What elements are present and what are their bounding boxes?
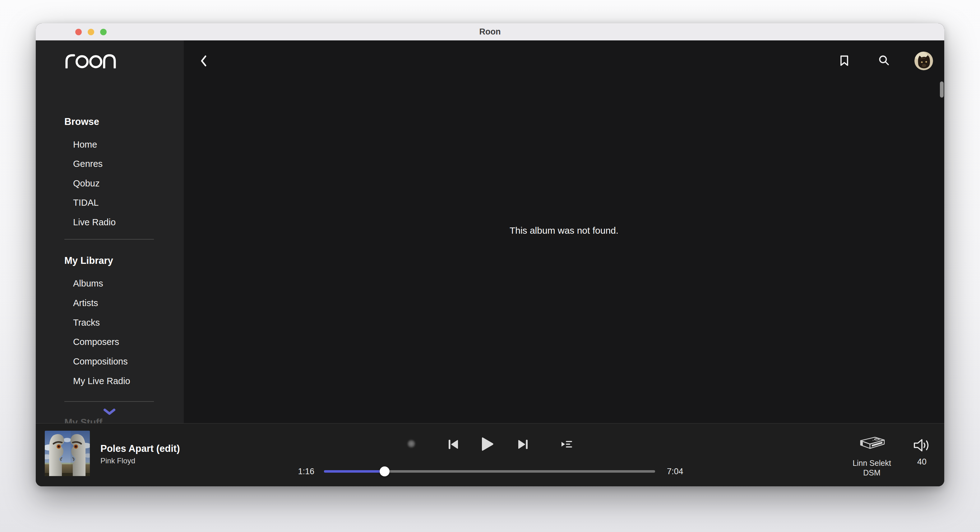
minimize-window-button[interactable] — [88, 29, 94, 35]
volume-level: 40 — [906, 457, 937, 467]
scrollbar-thumb[interactable] — [940, 81, 943, 98]
seek-bar[interactable] — [324, 470, 655, 473]
skip-next-icon — [518, 445, 528, 450]
sidebar-item-artists[interactable]: Artists — [73, 297, 98, 309]
sidebar-collapse-button[interactable] — [103, 408, 116, 417]
close-window-button[interactable] — [75, 29, 82, 35]
sidebar-item-tidal[interactable]: TIDAL — [73, 196, 99, 209]
album-art[interactable] — [45, 431, 90, 476]
sidebar-item-live-radio[interactable]: Live Radio — [73, 216, 116, 229]
chevron-left-icon — [200, 63, 207, 68]
bookmark-icon — [840, 62, 848, 67]
seek-bar-thumb[interactable] — [380, 467, 390, 476]
speaker-icon — [913, 448, 931, 454]
sidebar-item-my-live-radio[interactable]: My Live Radio — [73, 375, 130, 387]
sidebar-section-browse: Browse — [64, 116, 99, 128]
play-queue-icon — [562, 443, 572, 448]
sidebar-item-composers[interactable]: Composers — [73, 336, 119, 348]
seek-bar-fill — [324, 470, 385, 473]
sidebar: Browse Home Genres Qobuz TIDAL Live Radi… — [36, 40, 184, 423]
skip-previous-icon — [448, 445, 458, 450]
next-track-button[interactable] — [518, 439, 528, 449]
play-icon — [480, 448, 494, 453]
sidebar-divider — [64, 239, 154, 240]
roon-app-window: Roon Browse Home Genres Qobuz TIDAL Live… — [36, 23, 944, 486]
sidebar-section-my-stuff: My Stuff — [64, 416, 102, 423]
sidebar-divider — [64, 401, 154, 402]
zone-name-line2: DSM — [833, 468, 911, 478]
sidebar-section-my-library: My Library — [64, 254, 113, 267]
traffic-lights — [75, 29, 107, 35]
streamer-device-icon — [858, 447, 886, 453]
window-title: Roon — [479, 27, 501, 37]
back-button[interactable] — [200, 55, 207, 68]
bookmark-button[interactable] — [840, 55, 848, 67]
now-playing-artist[interactable]: Pink Floyd — [100, 456, 135, 465]
sidebar-item-qobuz[interactable]: Qobuz — [73, 177, 100, 189]
main-area: Browse Home Genres Qobuz TIDAL Live Radi… — [36, 40, 944, 423]
volume-button[interactable]: 40 — [906, 438, 937, 467]
sidebar-item-albums[interactable]: Albums — [73, 277, 103, 290]
search-button[interactable] — [879, 55, 889, 67]
zoom-window-button[interactable] — [100, 29, 107, 35]
now-playing-title[interactable]: Poles Apart (edit) — [100, 443, 180, 455]
roon-logo — [64, 54, 116, 70]
play-button[interactable] — [480, 436, 494, 452]
sidebar-item-compositions[interactable]: Compositions — [73, 355, 128, 368]
status-dot — [407, 439, 416, 448]
sidebar-item-tracks[interactable]: Tracks — [73, 316, 100, 329]
user-avatar[interactable] — [915, 52, 933, 70]
titlebar: Roon — [36, 23, 944, 40]
zone-name-line1: Linn Selekt — [833, 458, 911, 468]
queue-button[interactable] — [562, 441, 572, 448]
total-time: 7:04 — [667, 467, 683, 476]
content-area: This album was not found. — [184, 40, 944, 423]
chevron-down-icon — [103, 411, 116, 417]
zone-selector-button[interactable]: Linn Selekt DSM — [833, 436, 911, 478]
not-found-message: This album was not found. — [184, 225, 944, 236]
previous-track-button[interactable] — [448, 439, 458, 449]
sidebar-item-genres[interactable]: Genres — [73, 157, 103, 170]
sidebar-item-home[interactable]: Home — [73, 138, 97, 151]
player-bar: Poles Apart (edit) Pink Floyd — [36, 423, 944, 486]
search-icon — [879, 61, 889, 67]
elapsed-time: 1:16 — [282, 467, 314, 476]
